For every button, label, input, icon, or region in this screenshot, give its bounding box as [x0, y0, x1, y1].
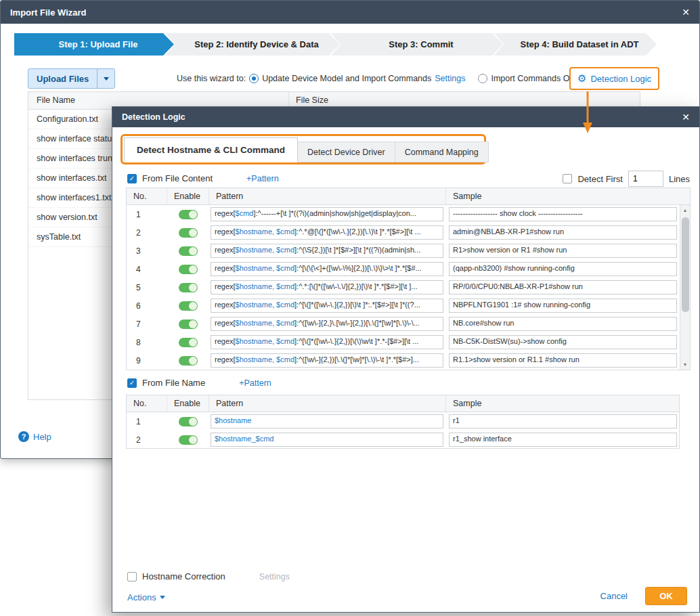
pattern-field[interactable]: regex[$hostname, $cmd]:^([\w\-]{2,}\.[\w…: [211, 317, 443, 331]
enable-toggle[interactable]: [179, 435, 198, 445]
pattern-field[interactable]: regex[$hostname, $cmd]:^.*:[\(]*([\w\-\.…: [211, 280, 443, 294]
enable-toggle[interactable]: [179, 246, 198, 256]
pattern-rest: ]:^[\(]*([\w\-\.]{2,})[\)\t ]*:.*[$#>][\…: [294, 301, 420, 309]
close-icon[interactable]: [682, 7, 690, 18]
pattern-vars: $hostname, $cmd: [236, 282, 294, 290]
sample-field[interactable]: ------------------ show clock ----------…: [449, 207, 677, 221]
tab-detect-device-driver[interactable]: Detect Device Driver: [298, 141, 395, 162]
hostname-correction-row: Hostname Correction Settings: [127, 571, 290, 581]
enable-toggle[interactable]: [179, 356, 198, 366]
chevron-down-icon: [104, 77, 109, 81]
sample-field[interactable]: r1: [449, 414, 677, 428]
name-patterns-table: No. Enable Pattern Sample 1 $hostname r1…: [126, 395, 680, 449]
scrollbar-thumb[interactable]: [682, 217, 689, 312]
pattern-row: 7 regex[$hostname, $cmd]:^([\w\-]{2,}\.[…: [127, 315, 690, 333]
close-icon[interactable]: [682, 112, 690, 123]
step-4-build-dataset[interactable]: Step 4: Build Dataset in ADT: [494, 33, 657, 56]
ok-button[interactable]: OK: [645, 587, 687, 605]
vertical-scrollbar[interactable]: [680, 205, 690, 370]
step-2-identify-device[interactable]: Step 2: Identify Device & Data: [165, 33, 340, 56]
pattern-field[interactable]: regex[$hostname, $cmd]:^(\S{2,})[\t ]*[$…: [211, 244, 443, 258]
pattern-field[interactable]: $hostname_$cmd: [211, 433, 443, 447]
detection-logic-label: Detection Logic: [590, 74, 651, 84]
pattern-pre: regex[: [215, 355, 236, 364]
column-enable: Enable: [167, 395, 209, 412]
pattern-field[interactable]: regex[$hostname, $cmd]:^[\(\{\<]+([\w\-\…: [211, 262, 443, 276]
hostname-settings-link-disabled: Settings: [259, 572, 290, 581]
pattern-row: 2 $hostname_$cmd r1_show interface: [127, 431, 679, 449]
upload-files-button[interactable]: Upload Files: [28, 68, 115, 89]
cancel-button[interactable]: Cancel: [600, 591, 628, 601]
enable-toggle[interactable]: [179, 283, 198, 292]
pattern-rest: ]:^.*:[\(]*([\w\-\.\/]{2,})[\)\t ]*.*[$#…: [294, 282, 418, 290]
step-1-upload-file[interactable]: Step 1: Upload File: [14, 33, 174, 56]
pattern-field[interactable]: regex[$hostname, $cmd]:^[\(]*([\w\-\.]{2…: [211, 299, 443, 313]
pattern-rest: ]:^[\(]*([\w\-\.]{2,})[\(\)\w\t ]*.*-[$#…: [294, 337, 418, 345]
sample-field[interactable]: NB-C5K-DistSW(su)->show config: [449, 335, 677, 349]
add-pattern-link[interactable]: +Pattern: [239, 378, 271, 388]
sample-field[interactable]: (qapp-nb3200) #show running-config: [449, 262, 677, 276]
from-file-content-row: From File Content +Pattern: [127, 173, 279, 183]
pattern-field[interactable]: regex[$hostname, $cmd]:^.*@[\(]*([\w\-\.…: [211, 225, 443, 240]
sample-field[interactable]: R1>show version or R1 #show run: [449, 244, 677, 258]
enable-toggle[interactable]: [179, 320, 198, 329]
lines-label: Lines: [669, 174, 690, 184]
pattern-field[interactable]: regex[$hostname, $cmd]:^[\(]*([\w\-\.]{2…: [211, 335, 443, 349]
enable-toggle[interactable]: [179, 265, 198, 274]
pattern-field[interactable]: $hostname: [211, 414, 443, 428]
dialog-titlebar: Detection Logic: [112, 107, 699, 127]
file-name: show interfaces1.txt: [37, 193, 111, 202]
detect-first-input[interactable]: [628, 171, 663, 187]
radio-update-label: Update Device Model and Import Commands: [262, 74, 431, 83]
help-link[interactable]: Help: [18, 431, 51, 442]
enable-toggle[interactable]: [179, 210, 198, 219]
pattern-vars: $hostname, $cmd: [236, 227, 294, 236]
radio-update-device-model[interactable]: [249, 74, 259, 83]
pattern-field[interactable]: regex[$hostname, $cmd]:^([\w\-]{2,})[\.\…: [211, 353, 443, 368]
file-name: show interfaces trunk.t: [37, 154, 121, 163]
window-title: Import File Wizard: [10, 7, 87, 18]
pattern-row: 1 $hostname r1: [127, 412, 679, 431]
pattern-vars: $hostname, $cmd: [236, 319, 294, 327]
row-number: 2: [127, 228, 167, 238]
pattern-row: 3 regex[$hostname, $cmd]:^(\S{2,})[\t ]*…: [127, 242, 690, 260]
detection-logic-button[interactable]: Detection Logic: [569, 67, 659, 90]
scroll-up-icon[interactable]: [680, 205, 690, 215]
row-number: 8: [127, 338, 167, 347]
row-number: 1: [127, 417, 167, 426]
sample-field[interactable]: r1_show interface: [449, 433, 677, 447]
patterns-table-header: No. Enable Pattern Sample: [127, 395, 679, 412]
enable-toggle[interactable]: [179, 417, 198, 426]
sample-field[interactable]: NB.core#show run: [449, 317, 677, 331]
sample-field[interactable]: R1.1>show version or R1.1 #show run: [449, 353, 677, 368]
detect-first-checkbox[interactable]: [563, 174, 572, 183]
from-file-name-checkbox[interactable]: [127, 378, 137, 388]
enable-toggle[interactable]: [179, 338, 198, 347]
enable-toggle[interactable]: [179, 228, 198, 238]
tab-detect-hostname-cli[interactable]: Detect Hostname & CLI Command: [124, 137, 298, 162]
pattern-row: 2 regex[$hostname, $cmd]:^.*@[\(]*([\w\-…: [127, 223, 690, 242]
upload-dropdown[interactable]: [97, 69, 114, 88]
add-pattern-link[interactable]: +Pattern: [246, 174, 279, 183]
tab-command-mapping[interactable]: Command Mapping: [395, 141, 489, 162]
scroll-down-icon[interactable]: [680, 359, 690, 370]
sample-field[interactable]: RP/0/0/CPU0:NBLAB-XR-P1#show run: [449, 280, 677, 294]
pattern-pre: regex[: [215, 227, 236, 236]
actions-menu[interactable]: Actions: [127, 592, 165, 602]
sample-field[interactable]: NBPFLNTG1901 :1# show running-config: [449, 299, 677, 313]
pattern-vars: $hostname, $cmd: [236, 264, 294, 272]
pattern-rest: ]:^------+[\t ]*((?i)(admin|show|sh|get|…: [253, 209, 416, 217]
enable-toggle[interactable]: [179, 301, 198, 311]
pattern-field[interactable]: regex[$cmd]:^------+[\t ]*((?i)(admin|sh…: [211, 207, 443, 221]
hostname-correction-checkbox[interactable]: [127, 572, 137, 581]
content-patterns-table: No. Enable Pattern Sample 1 regex[$cmd]:…: [126, 188, 691, 370]
file-name: show interfaces.txt: [37, 173, 107, 183]
sample-field[interactable]: admin@NBLAB-XR-P1#show run: [449, 225, 677, 240]
settings-link[interactable]: Settings: [435, 74, 465, 83]
radio-import-commands-only[interactable]: [478, 74, 487, 83]
pattern-row: 9 regex[$hostname, $cmd]:^([\w\-]{2,})[\…: [127, 351, 690, 370]
step-3-commit[interactable]: Step 3: Commit: [331, 33, 503, 56]
from-file-content-checkbox[interactable]: [127, 174, 137, 183]
upload-files-label[interactable]: Upload Files: [28, 69, 97, 88]
column-sample: Sample: [446, 188, 690, 204]
